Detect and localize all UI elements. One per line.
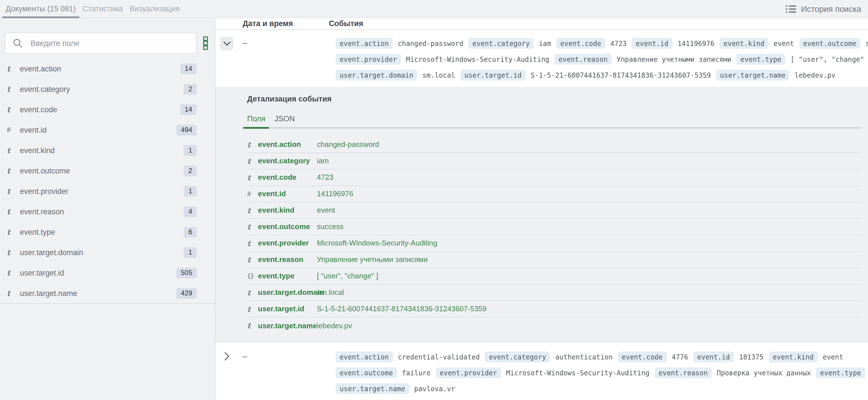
field-name-chip[interactable]: user.target.domain xyxy=(336,70,417,81)
sidebar-field-item[interactable]: t event.code 14 xyxy=(0,99,215,120)
field-name-chip[interactable]: event.id xyxy=(632,38,673,49)
sidebar-field-item[interactable]: t event.provider 1 xyxy=(0,181,215,201)
sidebar-field-item[interactable]: t user.target.domain 1 xyxy=(0,242,215,263)
event-tags: event.actioncredential-validatedevent.ca… xyxy=(336,349,861,397)
field-name-chip[interactable]: event.outcome xyxy=(799,38,860,49)
field-value-text: 181375 xyxy=(739,353,764,361)
field-value-text: [ "user", "change" ] xyxy=(790,55,868,63)
chevron-right-icon xyxy=(224,352,229,361)
detail-field-name[interactable]: event.outcome xyxy=(258,222,317,231)
sidebar-field-item[interactable]: t event.outcome 2 xyxy=(0,160,215,181)
field-count-badge: 505 xyxy=(176,267,197,278)
field-name-chip[interactable]: event.provider xyxy=(336,54,401,65)
field-count-badge: 2 xyxy=(184,84,197,94)
detail-field-name[interactable]: event.code xyxy=(258,173,317,181)
sidebar-field-item[interactable]: t event.reason 4 xyxy=(0,201,215,222)
active-tab-indicator xyxy=(243,127,269,128)
field-name-label: event.provider xyxy=(20,187,184,195)
field-name-chip[interactable]: event.provider xyxy=(436,367,501,378)
detail-field-row: t user.target.name lebedev.pv xyxy=(247,317,861,334)
detail-field-value: 4723 xyxy=(317,173,861,181)
sidebar-field-item[interactable]: t event.kind 1 xyxy=(0,140,215,160)
sidebar-field-item[interactable]: t user.target.name 429 xyxy=(0,283,215,303)
event-tags-line: event.providerMicrosoft-Windows-Security… xyxy=(336,51,861,67)
field-count-badge: 1 xyxy=(184,186,197,196)
detail-field-value: changed-password xyxy=(317,140,861,149)
field-name-label: event.reason xyxy=(20,207,184,216)
collapse-row-button[interactable] xyxy=(220,37,234,50)
field-name-chip[interactable]: event.kind xyxy=(769,351,818,362)
sidebar-field-item[interactable]: t user.target.id 505 xyxy=(0,263,215,283)
field-name-chip[interactable]: event.id xyxy=(693,351,734,362)
field-name-chip[interactable]: event.action xyxy=(336,351,393,362)
field-value-text: lebedev.pv xyxy=(795,71,836,79)
field-name-chip[interactable]: event.type xyxy=(737,54,785,65)
field-name-label: user.target.id xyxy=(20,269,176,277)
detail-field-name[interactable]: event.kind xyxy=(258,206,317,214)
field-name-chip[interactable]: event.kind xyxy=(719,38,769,49)
documents-main: Дата и время События – event.actionchang… xyxy=(215,18,868,400)
field-name-chip[interactable]: event.outcome xyxy=(336,367,397,378)
detail-field-name[interactable]: user.target.id xyxy=(258,304,317,313)
detail-field-name[interactable]: event.id xyxy=(258,189,317,198)
field-name-chip[interactable]: event.type xyxy=(816,367,865,378)
tab-visualization[interactable]: Визуализация xyxy=(126,0,183,18)
field-name-chip[interactable]: event.code xyxy=(556,38,605,49)
detail-field-value: Управление учетными записями xyxy=(317,255,861,264)
detail-title: Детализация события xyxy=(247,94,861,103)
field-name-chip[interactable]: event.category xyxy=(485,351,550,362)
detail-field-value: S-1-5-21-6007441637-8174341836-31243607-… xyxy=(317,304,861,313)
detail-field-name[interactable]: event.category xyxy=(258,156,317,165)
field-search-box[interactable] xyxy=(4,32,197,54)
field-list: t event.action 14 t event.category 2 t e… xyxy=(0,58,215,304)
field-count-badge: 494 xyxy=(176,124,197,135)
sidebar-field-item[interactable]: t event.category 2 xyxy=(0,79,215,99)
field-name-chip[interactable]: user.target.name xyxy=(716,70,789,81)
detail-field-name[interactable]: event.reason xyxy=(258,255,317,264)
detail-field-name[interactable]: event.type xyxy=(258,272,317,280)
tab-fields[interactable]: Поля xyxy=(247,114,265,123)
field-name-chip[interactable]: event.category xyxy=(469,38,534,49)
field-name-label: event.kind xyxy=(20,146,184,154)
event-row: – event.actionchanged-passwordevent.cate… xyxy=(215,30,868,87)
detail-field-name[interactable]: user.target.name xyxy=(258,321,317,330)
field-name-chip[interactable]: event.action xyxy=(336,38,393,49)
field-value-text: S-1-5-21-6007441637-8174341836-31243607-… xyxy=(531,71,711,79)
field-name-label: user.target.name xyxy=(20,289,176,297)
detail-tabs-underline xyxy=(247,127,861,128)
field-name-chip[interactable]: user.target.name xyxy=(336,383,409,394)
search-history-button[interactable]: История поиска xyxy=(785,0,868,18)
event-detail-panel: Детализация события Поля JSON t event.ac… xyxy=(215,87,868,342)
sidebar-field-item[interactable]: t event.action 14 xyxy=(0,58,215,79)
sidebar-field-item[interactable]: # event.id 494 xyxy=(0,120,215,140)
result-tabs: Документы (15 081) Статистика Визуализац… xyxy=(0,0,183,18)
field-type-icon: t xyxy=(7,146,20,155)
field-type-icon: t xyxy=(7,85,20,94)
detail-field-row: t event.outcome success xyxy=(247,219,861,235)
tab-json[interactable]: JSON xyxy=(274,114,295,123)
field-value-text: Microsoft-Windows-Security-Auditing xyxy=(506,369,649,377)
tab-statistics[interactable]: Статистика xyxy=(79,0,126,18)
field-name-chip[interactable]: event.reason xyxy=(655,367,712,378)
tab-documents[interactable]: Документы (15 081) xyxy=(2,0,79,18)
field-count-badge: 4 xyxy=(184,206,197,217)
detail-field-name[interactable]: user.target.domain xyxy=(258,288,317,297)
field-name-chip[interactable]: event.reason xyxy=(555,54,612,65)
field-name-chip[interactable]: event.code xyxy=(618,351,667,362)
detail-field-name[interactable]: event.action xyxy=(258,140,317,149)
detail-field-name[interactable]: event.provider xyxy=(258,239,317,247)
history-list-icon xyxy=(785,5,796,13)
events-column-header: События xyxy=(329,20,868,28)
field-search-input[interactable] xyxy=(29,38,190,48)
field-name-chip[interactable]: user.target.id xyxy=(460,70,526,81)
fields-menu-button[interactable] xyxy=(197,36,215,50)
field-count-badge: 2 xyxy=(184,165,197,176)
detail-field-row: t user.target.id S-1-5-21-6007441637-817… xyxy=(247,301,861,317)
field-type-icon: t xyxy=(7,105,20,114)
field-name-label: event.code xyxy=(20,105,180,114)
field-value-text: event xyxy=(774,39,794,47)
expand-row-button[interactable] xyxy=(220,349,234,364)
sidebar-field-item[interactable]: t event.type 6 xyxy=(0,222,215,242)
field-count-badge: 6 xyxy=(184,226,197,237)
field-value-text: authentication xyxy=(555,353,613,361)
